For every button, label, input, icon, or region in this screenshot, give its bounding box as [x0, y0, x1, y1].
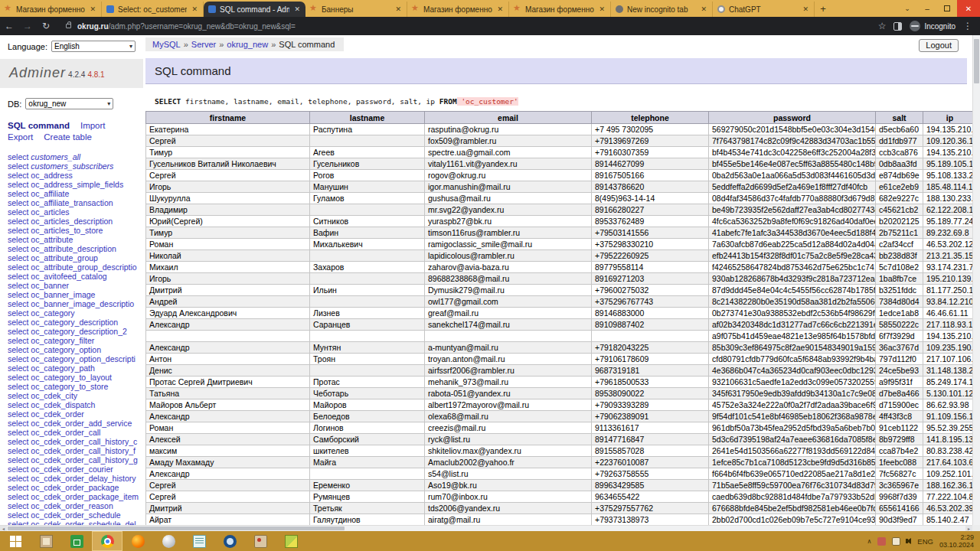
select-link[interactable]: select [8, 373, 28, 382]
select-link[interactable]: select [8, 272, 28, 281]
table-name-link[interactable]: oc_cdek_order_reason [31, 501, 113, 510]
select-link[interactable]: select [8, 226, 28, 235]
horizontal-scrollbar-thumb[interactable] [8, 527, 345, 530]
reload-icon[interactable]: ↻ [37, 21, 55, 31]
scroll-left-arrow-icon[interactable]: ◂ [0, 526, 7, 531]
select-link[interactable]: select [8, 455, 28, 465]
language-select[interactable]: English ▾ [51, 41, 136, 52]
store-taskbar-button[interactable] [61, 531, 92, 551]
table-name-link[interactable]: oc_affiliate_transaction [31, 198, 113, 207]
select-link[interactable]: select [8, 253, 28, 262]
select-link[interactable]: select [8, 345, 28, 354]
table-name-link[interactable]: oc_articles_description [31, 217, 113, 226]
select-link[interactable]: select [8, 198, 28, 207]
tab-close-icon[interactable]: ✕ [700, 5, 707, 13]
forward-icon[interactable]: → [18, 21, 37, 31]
table-name-link[interactable]: customers_all [31, 152, 80, 161]
select-link[interactable]: select [8, 299, 28, 308]
firefox-taskbar-button[interactable] [122, 531, 153, 551]
nav-export-link[interactable]: Export [8, 132, 33, 142]
table-name-link[interactable]: oc_cdek_order_add_service [31, 419, 132, 428]
select-link[interactable]: select [8, 409, 28, 419]
sphere-taskbar-button[interactable] [153, 531, 184, 551]
chrome-taskbar-button[interactable] [92, 531, 122, 551]
new-tab-button[interactable]: + [815, 2, 831, 17]
tab-close-icon[interactable]: ✕ [191, 5, 198, 13]
browser-tab[interactable]: Магазин форменной оде✕ [509, 2, 611, 17]
notes-taskbar-button[interactable] [184, 531, 214, 551]
table-name-link[interactable]: oc_address_simple_fields [31, 180, 123, 189]
column-header[interactable]: ip [923, 112, 977, 124]
select-link[interactable]: select [8, 152, 28, 161]
table-name-link[interactable]: oc_banner [31, 281, 69, 290]
table-name-link[interactable]: oc_cdek_order_package [31, 483, 119, 492]
table-name-link[interactable]: oc_category_to_store [31, 382, 108, 391]
table-name-link[interactable]: oc_articles [31, 207, 69, 217]
select-link[interactable]: select [8, 180, 28, 189]
tray-keyboard-icon[interactable] [892, 537, 900, 546]
table-name-link[interactable]: oc_category_option_descripti [31, 354, 136, 364]
select-link[interactable]: select [8, 262, 28, 272]
tray-app-icon[interactable] [877, 537, 886, 546]
select-link[interactable]: select [8, 327, 28, 336]
table-name-link[interactable]: oc_attribute_description [31, 244, 116, 253]
navigator-taskbar-button[interactable] [214, 531, 245, 551]
column-header[interactable]: email [425, 112, 592, 124]
select-link[interactable]: select [8, 217, 28, 226]
table-name-link[interactable]: oc_banner_image_descriptio [31, 299, 134, 308]
browser-tab[interactable]: Баннеры✕ [305, 2, 407, 17]
table-name-link[interactable]: oc_articles_to_store [31, 226, 103, 235]
start-taskbar-button[interactable] [0, 531, 31, 551]
select-link[interactable]: select [8, 281, 28, 290]
nav-sql-command-link[interactable]: SQL command [8, 121, 70, 130]
table-name-link[interactable]: oc_cdek_city [31, 391, 77, 400]
photos-taskbar-button[interactable] [276, 531, 306, 551]
restore-button[interactable] [937, 0, 957, 17]
nav-import-link[interactable]: Import [80, 121, 106, 130]
adminer-version[interactable]: 4.2.4 [68, 70, 85, 79]
select-link[interactable]: select [8, 391, 28, 400]
tab-close-icon[interactable]: ✕ [802, 5, 809, 13]
table-name-link[interactable]: oc_category_description_2 [31, 327, 127, 336]
tab-search-chevron-icon[interactable]: ⌄ [897, 5, 917, 12]
column-header[interactable]: password [709, 112, 876, 124]
table-name-link[interactable]: oc_avitofeed_catalog [31, 272, 106, 281]
browser-tab[interactable]: Магазин форменной оде✕ [407, 2, 509, 17]
table-name-link[interactable]: oc_cdek_order_courier [31, 465, 113, 474]
widgets-taskbar-button[interactable] [31, 531, 61, 551]
column-header[interactable]: lastname [310, 112, 425, 124]
select-link[interactable]: select [8, 161, 28, 171]
select-link[interactable]: select [8, 189, 28, 198]
select-link[interactable]: select [8, 318, 28, 327]
column-header[interactable]: telephone [592, 112, 709, 124]
back-icon[interactable]: ← [0, 21, 18, 31]
select-link[interactable]: select [8, 483, 28, 492]
table-name-link[interactable]: oc_cdek_order_call [31, 428, 100, 437]
breadcrumb-link[interactable]: okrug_new [227, 37, 268, 51]
table-name-link[interactable]: oc_attribute_group [31, 253, 98, 262]
select-link[interactable]: select [8, 510, 28, 520]
table-name-link[interactable]: oc_category_filter [31, 336, 94, 345]
tab-close-icon[interactable]: ✕ [598, 5, 606, 13]
adminer-new-version-link[interactable]: 4.8.1 [87, 70, 104, 79]
table-name-link[interactable]: oc_cdek_order_call_history_f [31, 446, 136, 455]
select-link[interactable]: select [8, 336, 28, 345]
breadcrumb-link[interactable]: MySQL [152, 37, 181, 51]
scroll-right-arrow-icon[interactable]: ▸ [965, 526, 972, 531]
select-link[interactable]: select [8, 235, 28, 244]
table-name-link[interactable]: oc_attribute [31, 235, 73, 244]
vertical-scrollbar-thumb[interactable] [974, 39, 979, 83]
browser-menu-icon[interactable]: ⋮ [963, 21, 972, 31]
select-link[interactable]: select [8, 501, 28, 510]
table-name-link[interactable]: oc_category_path [31, 364, 94, 373]
lock-icon[interactable] [66, 24, 71, 28]
tray-chevron-icon[interactable]: ∧ [867, 538, 872, 545]
column-header[interactable]: salt [876, 112, 923, 124]
select-link[interactable]: select [8, 171, 28, 180]
table-name-link[interactable]: customers_subscribers [31, 161, 113, 171]
paint-taskbar-button[interactable] [245, 531, 276, 551]
side-panel-icon[interactable] [893, 22, 902, 31]
table-name-link[interactable]: oc_cdek_dispatch [31, 400, 95, 409]
select-link[interactable]: select [8, 428, 28, 437]
select-link[interactable]: select [8, 474, 28, 483]
